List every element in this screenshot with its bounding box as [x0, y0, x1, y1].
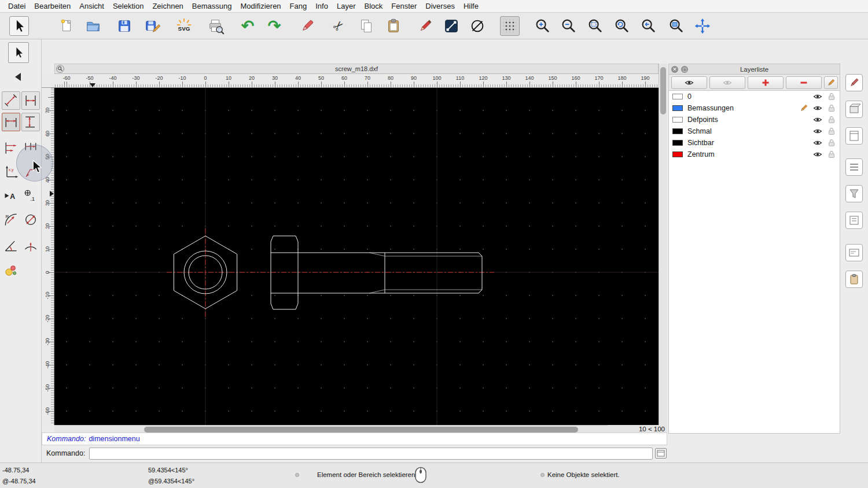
layer-row-bemassungen[interactable]: Bemassungen: [669, 102, 840, 114]
dim-vertical-button[interactable]: [21, 113, 40, 131]
layer-lock-icon[interactable]: [827, 150, 836, 159]
layer-lock-icon[interactable]: [827, 127, 836, 136]
layer-visibility-eye-icon[interactable]: [813, 92, 822, 101]
dock-filter-icon[interactable]: [845, 185, 863, 202]
layer-lock-icon[interactable]: [827, 92, 836, 101]
save-as-button[interactable]: [142, 16, 162, 36]
menu-item-modifizieren[interactable]: Modifizieren: [241, 2, 281, 10]
dim-diametric-button[interactable]: [21, 210, 40, 229]
remove-layer-button[interactable]: [786, 76, 822, 89]
horizontal-scroll-thumb[interactable]: [144, 427, 578, 432]
add-layer-button[interactable]: [748, 76, 784, 89]
menu-item-bemassung[interactable]: Bemassung: [192, 2, 232, 10]
dim-tolerance-icon: .1: [23, 187, 39, 204]
dim-radial-button[interactable]: R: [2, 210, 20, 229]
layer-visibility-eye-icon[interactable]: [813, 115, 822, 124]
new-document-button[interactable]: [57, 16, 76, 36]
dock-entity-list-icon[interactable]: [845, 158, 863, 176]
zoom-in-button[interactable]: [532, 16, 552, 36]
dock-properties-icon[interactable]: [845, 212, 863, 229]
layer-lock-icon[interactable]: [827, 138, 836, 147]
polar-relative: @59.4354<145°: [148, 478, 194, 485]
undo-button[interactable]: ↶: [238, 16, 258, 36]
layer-row-0[interactable]: 0: [669, 91, 840, 102]
dim-text-button[interactable]: A: [2, 186, 20, 205]
delete-entities-button[interactable]: [297, 16, 317, 36]
copy-button[interactable]: [356, 16, 376, 36]
menu-item-datei[interactable]: Datei: [8, 2, 25, 10]
dock-pen-settings-icon[interactable]: [845, 74, 863, 91]
svg-export-button[interactable]: SVG: [174, 16, 194, 36]
layer-lock-icon[interactable]: [827, 103, 836, 113]
dock-command-line-icon[interactable]: [845, 244, 863, 261]
hide-all-layers-button[interactable]: [709, 76, 745, 89]
dim-angular-button[interactable]: [2, 236, 20, 255]
show-all-layers-button[interactable]: [671, 76, 707, 89]
menu-item-info[interactable]: Info: [315, 2, 328, 10]
ruler-v-number: -30: [45, 330, 52, 353]
dim-linear-button[interactable]: [21, 91, 40, 110]
vertical-scroll-thumb[interactable]: [660, 67, 666, 114]
dim-horizontal-button[interactable]: [2, 113, 20, 131]
cut-button[interactable]: ✂: [329, 16, 348, 36]
layer-row-defpoints[interactable]: Defpoints: [669, 114, 840, 125]
layer-row-sichtbar[interactable]: Sichtbar: [669, 137, 840, 149]
menu-item-fang[interactable]: Fang: [290, 2, 307, 10]
menu-item-zeichnen[interactable]: Zeichnen: [152, 2, 183, 10]
layer-visibility-eye-icon[interactable]: [813, 138, 822, 147]
layer-panel-titlebar[interactable]: ✕ ◻ Layerliste: [669, 64, 840, 75]
zoom-redraw-button[interactable]: [612, 16, 631, 36]
dim-tolerance-button[interactable]: .1: [21, 186, 40, 205]
menu-item-block[interactable]: Block: [364, 2, 382, 10]
ruler-v-number: 10: [45, 238, 52, 261]
grid-toggle-button[interactable]: [500, 16, 520, 36]
layer-visibility-eye-icon[interactable]: [813, 103, 822, 113]
layer-row-schmal[interactable]: Schmal: [669, 125, 840, 137]
zoom-window-button[interactable]: [666, 16, 686, 36]
layer-lock-icon[interactable]: [827, 115, 836, 124]
selection-pointer-button[interactable]: [9, 16, 29, 36]
ruler-h-number: 50: [312, 75, 330, 81]
zoom-out-button[interactable]: [558, 16, 578, 36]
canvas-vertical-scrollbar[interactable]: [659, 64, 667, 434]
menu-item-ansicht[interactable]: Ansicht: [79, 2, 104, 10]
dock-clipboard-icon[interactable]: [845, 271, 863, 288]
menu-item-selektion[interactable]: Selektion: [113, 2, 144, 10]
paste-button[interactable]: [384, 16, 403, 36]
command-input[interactable]: [89, 448, 653, 460]
sidebar-selection-pointer-button[interactable]: [8, 42, 29, 63]
menu-item-bearbeiten[interactable]: Bearbeiten: [34, 2, 71, 10]
command-history[interactable]: Kommando: dimensionmenu: [42, 432, 667, 445]
dim-aligned-button[interactable]: [2, 91, 20, 110]
line-attributes-button[interactable]: [442, 16, 461, 36]
print-preview-button[interactable]: [206, 16, 226, 36]
layer-visibility-eye-icon[interactable]: [813, 150, 822, 159]
dim-arc-button[interactable]: [21, 236, 40, 255]
menu-item-layer[interactable]: Layer: [337, 2, 356, 10]
layer-visibility-eye-icon[interactable]: [813, 127, 822, 136]
paste-clipboard-icon: [385, 17, 402, 35]
no-pen-button[interactable]: [468, 16, 487, 36]
redo-button[interactable]: ↷: [264, 16, 284, 36]
toolbar-collapse-arrow-icon[interactable]: [15, 73, 21, 81]
layer-panel-close-icon[interactable]: ✕: [671, 66, 678, 73]
pen-attributes-button[interactable]: [415, 16, 435, 36]
edit-layer-button[interactable]: [824, 76, 838, 89]
document-titlebar[interactable]: screw_m18.dxf: [54, 64, 659, 74]
red-pen-icon: [417, 17, 434, 35]
command-detach-button[interactable]: [655, 448, 667, 459]
layer-panel-float-icon[interactable]: ◻: [681, 66, 688, 73]
dock-library-browser-icon[interactable]: [845, 127, 863, 145]
menu-item-diverses[interactable]: Diverses: [425, 2, 455, 10]
dock-block-list-icon[interactable]: [845, 101, 863, 118]
zoom-pan-button[interactable]: [693, 16, 712, 36]
zoom-previous-button[interactable]: [638, 16, 658, 36]
zoom-auto-button[interactable]: [585, 16, 605, 36]
layer-row-zentrum[interactable]: Zentrum: [669, 149, 840, 160]
open-file-button[interactable]: [83, 16, 103, 36]
dim-options-button[interactable]: [2, 261, 20, 280]
menu-item-fenster[interactable]: Fenster: [391, 2, 417, 10]
save-button[interactable]: [115, 16, 134, 36]
drawing-canvas[interactable]: [54, 88, 659, 425]
menu-item-hilfe[interactable]: Hilfe: [464, 2, 479, 10]
